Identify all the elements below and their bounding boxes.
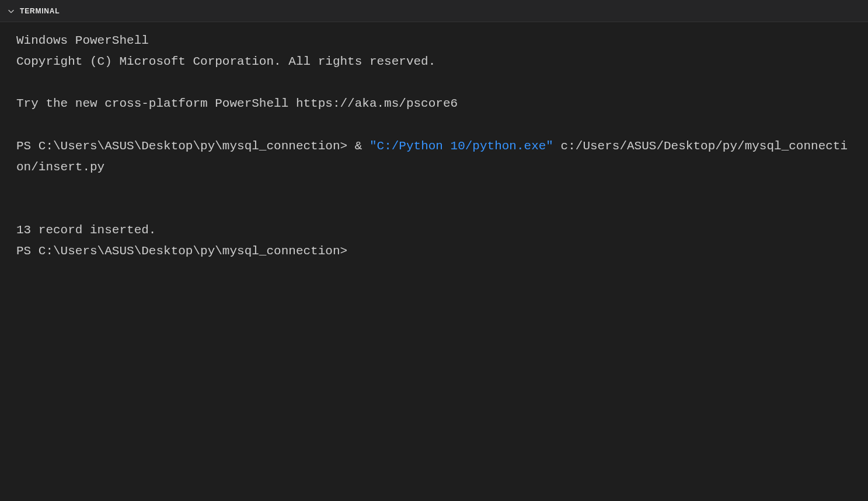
terminal-output-area[interactable]: Windows PowerShell Copyright (C) Microso… [0,22,868,501]
command-operator: & [355,139,369,153]
chevron-down-icon[interactable] [6,6,16,16]
ps-prompt: PS C:\Users\ASUS\Desktop\py\mysql_connec… [16,139,355,153]
terminal-output-line: 13 record inserted. [16,223,156,237]
ps-prompt: PS C:\Users\ASUS\Desktop\py\mysql_connec… [16,244,355,258]
terminal-line: Try the new cross-platform PowerShell ht… [16,97,458,110]
terminal-line: Copyright (C) Microsoft Corporation. All… [16,55,435,68]
tab-terminal[interactable]: TERMINAL [20,5,60,17]
terminal-panel-header: TERMINAL [0,0,868,22]
command-string-literal: "C:/Python 10/python.exe" [369,139,553,153]
terminal-line: Windows PowerShell [16,34,149,47]
